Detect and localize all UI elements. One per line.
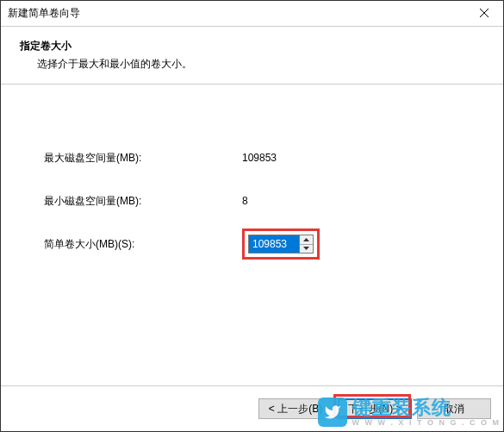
volume-size-spinner (248, 235, 314, 254)
max-space-row: 最大磁盘空间量(MB): 109853 (44, 145, 460, 171)
titlebar: 新建简单卷向导 (1, 1, 503, 27)
svg-marker-2 (303, 238, 309, 241)
svg-marker-3 (303, 247, 309, 250)
close-icon (480, 8, 488, 20)
max-space-value: 109853 (242, 152, 277, 164)
wizard-window: 新建简单卷向导 指定卷大小 选择介于最大和最小值的卷大小。 最大磁盘空间量(MB… (0, 0, 504, 432)
min-space-label: 最小磁盘空间量(MB): (44, 194, 242, 209)
page-subheading: 选择介于最大和最小值的卷大小。 (20, 57, 484, 72)
volume-size-row: 简单卷大小(MB)(S): (44, 231, 460, 257)
volume-size-label: 简单卷大小(MB)(S): (44, 237, 242, 252)
wizard-body: 最大磁盘空间量(MB): 109853 最小磁盘空间量(MB): 8 简单卷大小… (1, 85, 503, 385)
wizard-header: 指定卷大小 选择介于最大和最小值的卷大小。 (1, 27, 503, 78)
max-space-label: 最大磁盘空间量(MB): (44, 151, 242, 166)
back-button[interactable]: < 上一步(B) (258, 398, 333, 419)
volume-size-highlight (242, 229, 320, 260)
chevron-down-icon (303, 247, 309, 250)
spinner-down-button[interactable] (300, 245, 313, 254)
min-space-value: 8 (242, 195, 248, 207)
close-button[interactable] (465, 1, 503, 27)
spinner-arrows (299, 235, 313, 253)
next-button[interactable]: 下一步(N) > (338, 398, 412, 419)
chevron-up-icon (303, 238, 309, 241)
page-heading: 指定卷大小 (20, 39, 484, 53)
min-space-row: 最小磁盘空间量(MB): 8 (44, 188, 460, 214)
window-title: 新建简单卷向导 (8, 6, 80, 21)
volume-size-input[interactable] (249, 235, 299, 253)
cancel-button[interactable]: 取消 (417, 398, 491, 419)
wizard-footer: < 上一步(B) 下一步(N) > 取消 (1, 386, 503, 431)
spinner-up-button[interactable] (300, 235, 313, 245)
